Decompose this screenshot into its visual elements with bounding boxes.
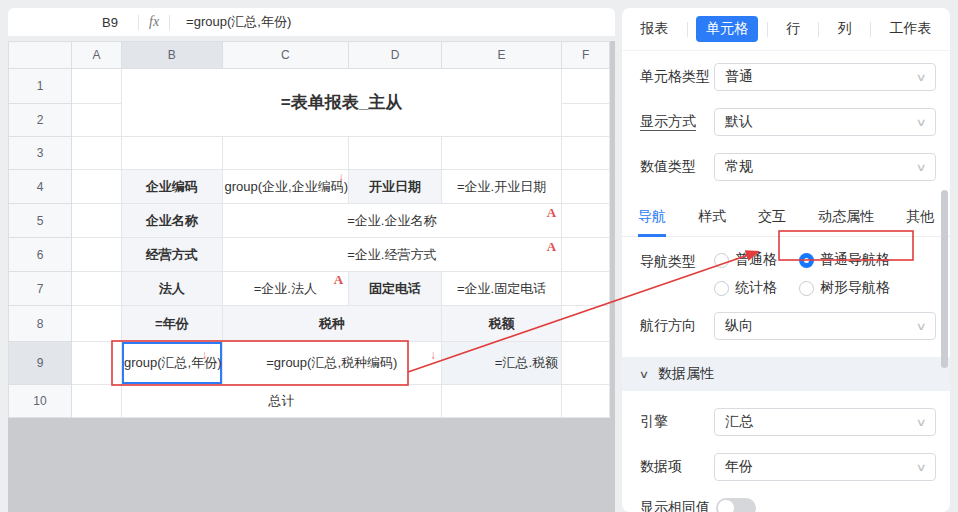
radio-normal-nav-cell[interactable]: 普通导航格 <box>799 251 890 269</box>
tab-report[interactable]: 报表 <box>630 16 678 42</box>
nav-direction-select[interactable]: 纵向 ∨ <box>714 312 936 340</box>
row-header-9[interactable]: 9 <box>9 342 72 385</box>
divider <box>818 22 819 37</box>
grid-cell-E9[interactable]: =汇总.税额 <box>442 342 562 385</box>
grid-cell-F10[interactable] <box>562 385 610 418</box>
row-header-3[interactable]: 3 <box>9 137 72 170</box>
col-header-F[interactable]: F <box>562 42 610 69</box>
engine-select[interactable]: 汇总 ∨ <box>714 408 936 436</box>
subtab-other[interactable]: 其他 <box>906 208 934 237</box>
data-item-select[interactable]: 年份 ∨ <box>714 453 936 481</box>
grid-cell-A3[interactable] <box>72 137 122 170</box>
grid-cell-B8[interactable]: =年份 <box>122 306 223 342</box>
cell-type-select[interactable]: 普通 ∨ <box>714 63 936 91</box>
row-header-2[interactable]: 2 <box>9 104 72 137</box>
grid-cell-A8[interactable] <box>72 306 122 342</box>
tab-row[interactable]: 行 <box>776 16 810 42</box>
grid-corner[interactable] <box>9 42 72 69</box>
formula-input[interactable]: =group(汇总,年份) <box>186 13 291 31</box>
row-header-4[interactable]: 4 <box>9 170 72 204</box>
grid-cell-E4[interactable]: =企业.开业日期 <box>442 170 562 204</box>
grid-cell-C7[interactable]: =企业.法人A <box>222 272 349 306</box>
tab-cell[interactable]: 单元格 <box>696 16 758 42</box>
col-header-D[interactable]: D <box>349 42 442 69</box>
col-header-C[interactable]: C <box>222 42 349 69</box>
grid-cell-D7[interactable]: 固定电话 <box>349 272 442 306</box>
section-data-properties[interactable]: ∨ 数据属性 <box>622 357 950 391</box>
grid-cell-F9[interactable] <box>562 342 610 385</box>
radio-tree-nav-cell[interactable]: 树形导航格 <box>799 279 890 297</box>
grid-cell-B9[interactable]: group(汇总,年份)↓ <box>122 342 223 385</box>
col-header-B[interactable]: B <box>122 42 223 69</box>
grid-cell-B4[interactable]: 企业编码 <box>122 170 223 204</box>
subtab-dynamic-props[interactable]: 动态属性 <box>818 208 874 237</box>
subtab-style[interactable]: 样式 <box>698 208 726 237</box>
grid-cell-D3[interactable] <box>349 137 442 170</box>
panel-scrollbar[interactable] <box>941 190 948 368</box>
grid-cell-E8[interactable]: 税额 <box>442 306 562 342</box>
grid-cell-B7[interactable]: 法人 <box>122 272 223 306</box>
grid-cell-A10[interactable] <box>72 385 122 418</box>
number-type-select[interactable]: 常规 ∨ <box>714 153 936 181</box>
field-engine: 引擎 汇总 ∨ <box>640 408 936 436</box>
grid-cell-F4[interactable] <box>562 170 610 204</box>
subtab-interaction[interactable]: 交互 <box>758 208 786 237</box>
grid-cell-C3[interactable] <box>222 137 349 170</box>
grid-cell-E7[interactable]: =企业.固定电话 <box>442 272 562 306</box>
cell-type-label: 单元格类型 <box>640 68 714 86</box>
grid-cell-A6[interactable] <box>72 238 122 272</box>
radio-stat-cell[interactable]: 统计格 <box>714 279 794 297</box>
tab-worksheet[interactable]: 工作表 <box>880 16 942 42</box>
show-same-value-toggle[interactable] <box>716 498 756 512</box>
radio-icon <box>714 253 729 268</box>
grid-cell-A5[interactable] <box>72 204 122 238</box>
grid-cell-E3[interactable] <box>442 137 562 170</box>
grid-cell-A7[interactable] <box>72 272 122 306</box>
chevron-down-icon: ∨ <box>639 368 649 381</box>
grid-cell-B3[interactable] <box>122 137 223 170</box>
row-header-8[interactable]: 8 <box>9 306 72 342</box>
tab-column[interactable]: 列 <box>828 16 862 42</box>
grid-cell-F5[interactable] <box>562 204 610 238</box>
grid-cell-F1[interactable] <box>562 69 610 104</box>
grid-cell-F2[interactable] <box>562 104 610 137</box>
field-data-item: 数据项 年份 ∨ <box>640 453 936 481</box>
grid-cell-E10[interactable] <box>442 385 562 418</box>
radio-label: 普通格 <box>735 251 777 269</box>
grid-cell-A9[interactable] <box>72 342 122 385</box>
cell-ref-box[interactable]: B9 <box>8 15 138 30</box>
select-value: 常规 <box>725 158 753 176</box>
subtab-navigation[interactable]: 导航 <box>638 208 666 237</box>
col-header-E[interactable]: E <box>442 42 562 69</box>
row-header-6[interactable]: 6 <box>9 238 72 272</box>
cell-text: =汇总.税额 <box>495 355 561 370</box>
grid-cell-A1[interactable] <box>72 69 122 104</box>
display-mode-select[interactable]: 默认 ∨ <box>714 108 936 136</box>
grid-cell-A4[interactable] <box>72 170 122 204</box>
grid-cell-F3[interactable] <box>562 137 610 170</box>
grid-cell-F7[interactable] <box>562 272 610 306</box>
row-header-7[interactable]: 7 <box>9 272 72 306</box>
col-header-A[interactable]: A <box>72 42 122 69</box>
grid-cell-A2[interactable] <box>72 104 122 137</box>
grid-cell-F6[interactable] <box>562 238 610 272</box>
grid-cell-C8[interactable]: 税种 <box>222 306 442 342</box>
panel-tabs: 报表 单元格 行 列 工作表 <box>622 8 950 51</box>
row-header-10[interactable]: 10 <box>9 385 72 418</box>
grid-cell-B1[interactable]: =表单报表_主从 <box>122 69 562 137</box>
grid-cell-C4[interactable]: group(企业,企业编码)↓ <box>222 170 349 204</box>
row-header-5[interactable]: 5 <box>9 204 72 238</box>
select-value: 汇总 <box>725 413 753 431</box>
grid-cell-C9[interactable]: =group(汇总,税种编码)↓ <box>222 342 442 385</box>
grid-cell-C6[interactable]: =企业.经营方式A <box>222 238 562 272</box>
grid-cell-B10[interactable]: 总计 <box>122 385 442 418</box>
engine-label: 引擎 <box>640 413 714 431</box>
field-number-type: 数值类型 常规 ∨ <box>640 153 936 181</box>
grid-cell-F8[interactable] <box>562 306 610 342</box>
grid-cell-C5[interactable]: =企业.企业名称A <box>222 204 562 238</box>
grid-cell-D4[interactable]: 开业日期 <box>349 170 442 204</box>
grid-cell-B6[interactable]: 经营方式 <box>122 238 223 272</box>
radio-normal-cell[interactable]: 普通格 <box>714 251 794 269</box>
grid-cell-B5[interactable]: 企业名称 <box>122 204 223 238</box>
row-header-1[interactable]: 1 <box>9 69 72 104</box>
